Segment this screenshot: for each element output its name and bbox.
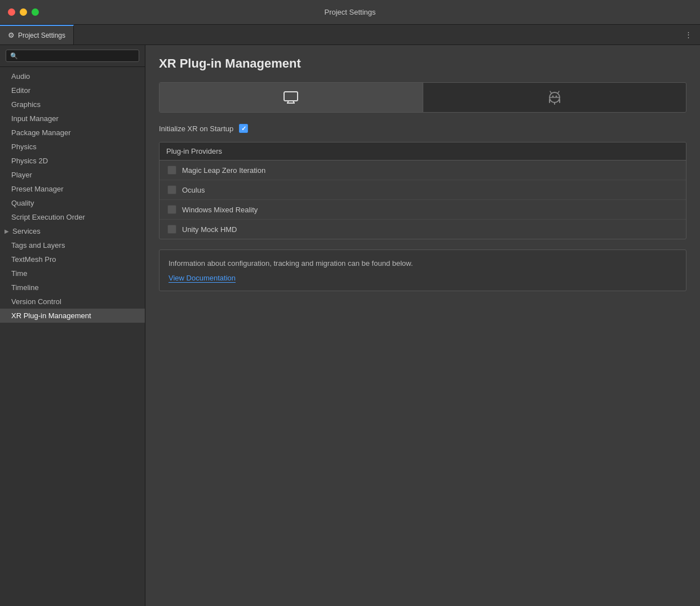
plugin-providers-box: Plug-in Providers Magic Leap Zero Iterat… bbox=[159, 142, 686, 239]
sidebar-item-timeline[interactable]: Timeline bbox=[0, 280, 145, 295]
provider-label-1: Oculus bbox=[182, 186, 205, 194]
expand-arrow-icon: ▶ bbox=[5, 228, 9, 234]
sidebar-item-preset-manager[interactable]: Preset Manager bbox=[0, 182, 145, 196]
svg-point-6 bbox=[555, 96, 557, 97]
search-icon: 🔍 bbox=[10, 52, 18, 60]
sidebar-item-label: Services bbox=[12, 227, 41, 235]
tab-bar: ⚙ Project Settings ⋮ bbox=[0, 25, 700, 45]
sidebar-item-label: Audio bbox=[11, 72, 30, 81]
provider-label-3: Unity Mock HMD bbox=[182, 225, 237, 234]
sidebar-item-time[interactable]: Time bbox=[0, 266, 145, 280]
provider-checkbox-1[interactable] bbox=[167, 185, 176, 194]
tab-more-button[interactable]: ⋮ bbox=[677, 25, 700, 44]
sidebar-item-tags-and-layers[interactable]: Tags and Layers bbox=[0, 238, 145, 252]
svg-line-8 bbox=[558, 91, 559, 93]
sidebar-item-quality[interactable]: Quality bbox=[0, 196, 145, 210]
provider-checkbox-2[interactable] bbox=[167, 205, 176, 214]
sidebar-item-player[interactable]: Player bbox=[0, 168, 145, 182]
sidebar-item-audio[interactable]: Audio bbox=[0, 69, 145, 83]
sidebar-item-label: Tags and Layers bbox=[11, 241, 65, 249]
title-bar: Project Settings bbox=[0, 0, 700, 25]
sidebar-item-label: Version Control bbox=[11, 297, 61, 306]
search-bar: 🔍 bbox=[0, 45, 145, 67]
sidebar-item-label: Package Manager bbox=[11, 128, 71, 137]
info-box: Information about configuration, trackin… bbox=[159, 249, 686, 291]
main-layout: 🔍 AudioEditorGraphicsInput ManagerPackag… bbox=[0, 45, 700, 606]
page-title: XR Plug-in Management bbox=[159, 56, 686, 71]
sidebar-item-label: Time bbox=[11, 269, 27, 278]
provider-item-2[interactable]: Windows Mixed Reality bbox=[160, 200, 686, 220]
gear-icon: ⚙ bbox=[8, 31, 15, 39]
svg-rect-0 bbox=[284, 92, 298, 101]
search-wrap: 🔍 bbox=[6, 50, 139, 62]
provider-item-0[interactable]: Magic Leap Zero Iteration bbox=[160, 161, 686, 180]
sidebar-item-label: Script Execution Order bbox=[11, 213, 85, 221]
close-button[interactable] bbox=[8, 8, 15, 16]
initialize-xr-label: Initialize XR on Startup bbox=[159, 124, 233, 133]
info-text: Information about configuration, trackin… bbox=[169, 258, 677, 269]
sidebar-item-label: TextMesh Pro bbox=[11, 255, 56, 264]
sidebar-item-label: Editor bbox=[11, 86, 30, 95]
initialize-xr-row: Initialize XR on Startup bbox=[159, 123, 686, 134]
sidebar-item-label: Timeline bbox=[11, 283, 39, 292]
project-settings-tab[interactable]: ⚙ Project Settings bbox=[0, 25, 74, 44]
provider-checkbox-3[interactable] bbox=[167, 225, 176, 234]
tab-label: Project Settings bbox=[18, 32, 65, 39]
sidebar-item-label: Input Manager bbox=[11, 114, 59, 123]
provider-label-2: Windows Mixed Reality bbox=[182, 206, 258, 214]
sidebar-item-label: Physics bbox=[11, 142, 37, 151]
svg-point-5 bbox=[552, 96, 553, 97]
more-icon: ⋮ bbox=[685, 30, 692, 39]
sidebar-item-services[interactable]: ▶Services bbox=[0, 224, 145, 238]
sidebar-item-label: XR Plug-in Management bbox=[11, 311, 91, 320]
content-area: XR Plug-in Management Initialize XR on S… bbox=[145, 45, 700, 606]
sidebar-item-physics-2d[interactable]: Physics 2D bbox=[0, 154, 145, 168]
maximize-button[interactable] bbox=[32, 8, 39, 16]
android-icon bbox=[548, 90, 561, 105]
provider-item-1[interactable]: Oculus bbox=[160, 180, 686, 200]
sidebar-item-version-control[interactable]: Version Control bbox=[0, 295, 145, 309]
sidebar-item-graphics[interactable]: Graphics bbox=[0, 97, 145, 112]
minimize-button[interactable] bbox=[20, 8, 27, 16]
sidebar-item-label: Physics 2D bbox=[11, 157, 48, 165]
sidebar-list: AudioEditorGraphicsInput ManagerPackage … bbox=[0, 67, 145, 606]
sidebar-item-input-manager[interactable]: Input Manager bbox=[0, 112, 145, 126]
sidebar-item-label: Graphics bbox=[11, 100, 41, 109]
provider-label-0: Magic Leap Zero Iteration bbox=[182, 166, 265, 175]
sidebar-item-xr-plug-in-management[interactable]: XR Plug-in Management bbox=[0, 309, 145, 323]
desktop-icon bbox=[283, 91, 299, 104]
plugin-providers-header: Plug-in Providers bbox=[160, 142, 686, 161]
initialize-xr-checkbox[interactable] bbox=[239, 124, 248, 133]
sidebar-item-script-execution-order[interactable]: Script Execution Order bbox=[0, 210, 145, 224]
provider-checkbox-0[interactable] bbox=[167, 166, 176, 175]
sidebar-item-editor[interactable]: Editor bbox=[0, 83, 145, 97]
sidebar-item-label: Quality bbox=[11, 199, 34, 207]
svg-line-7 bbox=[550, 91, 551, 93]
platform-tab-desktop[interactable] bbox=[160, 83, 423, 112]
platform-tab-android[interactable] bbox=[423, 83, 686, 112]
sidebar-item-label: Preset Manager bbox=[11, 185, 64, 193]
search-input[interactable] bbox=[21, 52, 135, 60]
sidebar: 🔍 AudioEditorGraphicsInput ManagerPackag… bbox=[0, 45, 145, 606]
sidebar-item-package-manager[interactable]: Package Manager bbox=[0, 126, 145, 140]
provider-item-3[interactable]: Unity Mock HMD bbox=[160, 220, 686, 239]
sidebar-item-textmesh-pro[interactable]: TextMesh Pro bbox=[0, 252, 145, 266]
window-controls bbox=[8, 8, 39, 16]
providers-list: Magic Leap Zero IterationOculusWindows M… bbox=[160, 161, 686, 239]
view-documentation-link[interactable]: View Documentation bbox=[169, 274, 236, 283]
window-title: Project Settings bbox=[324, 8, 375, 16]
sidebar-item-physics[interactable]: Physics bbox=[0, 140, 145, 154]
sidebar-item-label: Player bbox=[11, 171, 32, 179]
platform-tabs bbox=[159, 82, 686, 113]
